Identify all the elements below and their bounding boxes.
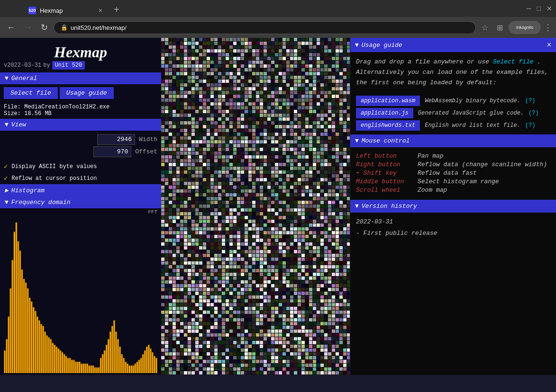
- frequency-section-header[interactable]: ▼ Frequency domain: [0, 196, 161, 208]
- file-name: File: MediaCreationTool21H2.exe: [4, 104, 157, 110]
- select-file-button[interactable]: Select file: [4, 87, 58, 99]
- usage-guide-title: Usage guide: [362, 42, 402, 49]
- check-ascii-label: Display ASCII byte values: [11, 163, 97, 170]
- example-wasm-button[interactable]: application.wasm: [356, 96, 420, 106]
- mouse-row-1: Left button Pan map: [356, 152, 550, 160]
- mouse-key-2: Right button: [356, 161, 418, 168]
- example-txt-desc: English word list text file.: [425, 122, 520, 129]
- mouse-key-1: Left button: [356, 152, 418, 160]
- view-inputs: Width Offset: [0, 131, 161, 160]
- example-txt-button[interactable]: englishwords.txt: [356, 120, 420, 131]
- usage-guide-button[interactable]: Usage guide: [60, 87, 114, 99]
- frequency-arrow-icon: ▼: [5, 199, 9, 206]
- fft-label: FFT: [0, 208, 161, 216]
- usage-guide-close-button[interactable]: ×: [547, 41, 551, 49]
- forward-button[interactable]: →: [21, 21, 35, 35]
- check-ascii-row[interactable]: ✓ Display ASCII byte values: [0, 160, 161, 172]
- mouse-desc-3: Reflow data fast: [418, 169, 477, 177]
- width-input[interactable]: [97, 134, 135, 145]
- mouse-key-4: Middle button: [356, 178, 418, 185]
- usage-guide-arrow-icon: ▼: [355, 42, 359, 49]
- refresh-button[interactable]: ↻: [38, 20, 51, 35]
- offset-input[interactable]: [93, 146, 131, 157]
- width-label: Width: [139, 136, 157, 143]
- hex-canvas: [161, 38, 350, 375]
- usage-guide-highlight: Select file: [493, 58, 534, 65]
- app-title: Hexmap: [4, 44, 157, 61]
- check-reflow-label: Reflow at cursor position: [11, 175, 97, 182]
- usage-guide-text1: Drag and drop a file anywhere or use: [356, 58, 489, 65]
- menu-button[interactable]: ⋮: [544, 22, 552, 33]
- sidebar: Hexmap v2022-03-31 by Unit 520 ▼ General…: [0, 38, 161, 375]
- version-text: v2022-03-31: [4, 62, 41, 69]
- general-section-header[interactable]: ▼ General: [0, 72, 161, 84]
- back-button[interactable]: ←: [4, 21, 18, 35]
- close-button[interactable]: ✕: [547, 5, 552, 12]
- version-history-section: ▼ Version history 2022-03-31 - First pub…: [350, 200, 556, 242]
- example-row-1: application.wasm WebAssembly binary byte…: [356, 96, 550, 106]
- example-txt-help[interactable]: (?): [525, 122, 536, 129]
- profile-button[interactable]: Inkognito: [509, 21, 541, 34]
- view-arrow-icon: ▼: [5, 121, 9, 128]
- version-history-header: ▼ Version history: [350, 200, 556, 213]
- usage-guide-text3: Alternatively you can load one of the ex…: [356, 69, 548, 76]
- action-buttons: Select file Usage guide: [0, 84, 161, 102]
- histogram-section-header[interactable]: ▶ Histogram: [0, 184, 161, 196]
- mouse-desc-4: Select histogram range: [418, 178, 499, 185]
- frequency-label: Frequency domain: [11, 199, 71, 206]
- extensions-button[interactable]: ⊞: [494, 21, 506, 34]
- check-reflow-row[interactable]: ✓ Reflow at cursor position: [0, 172, 161, 184]
- offset-row: Offset: [4, 146, 157, 157]
- star-button[interactable]: ☆: [479, 21, 491, 34]
- tab-title: Hexmap: [40, 7, 63, 14]
- tab-close-button[interactable]: ×: [99, 7, 102, 14]
- mouse-control-arrow-icon: ▼: [355, 137, 359, 144]
- new-tab-button[interactable]: +: [110, 2, 123, 17]
- mouse-desc-1: Pan map: [418, 152, 444, 160]
- mouse-key-5: Scroll wheel: [356, 187, 418, 194]
- mouse-control-section: ▼ Mouse control Left button Pan map Righ…: [350, 134, 556, 199]
- view-label: View: [11, 121, 26, 128]
- mouse-control-table: Left button Pan map Right button Reflow …: [350, 147, 556, 199]
- file-info: File: MediaCreationTool21H2.exe Size: 18…: [0, 102, 161, 119]
- example-wasm-help[interactable]: (?): [525, 98, 536, 104]
- mouse-row-2: Right button Reflow data (change scanlin…: [356, 161, 550, 168]
- version-arrow-icon: ▼: [355, 203, 359, 210]
- maximize-button[interactable]: □: [537, 5, 541, 12]
- histogram-arrow-icon: ▶: [5, 187, 9, 194]
- histogram-canvas: [4, 218, 157, 373]
- version-history-title-row: ▼ Version history: [355, 203, 417, 210]
- hex-view[interactable]: [161, 38, 350, 375]
- unit-badge: Unit 520: [52, 61, 85, 70]
- version-history-body: 2022-03-31 - First public release: [350, 213, 556, 242]
- file-size: Size: 18.56 MB: [4, 110, 157, 117]
- tab-favicon: 520: [28, 7, 36, 14]
- frequency-section: ▼ Frequency domain FFT: [0, 196, 161, 375]
- address-bar[interactable]: 🔒 unit520.net/hexmap/: [54, 21, 476, 34]
- mouse-desc-2: Reflow data (change scanline width): [418, 161, 547, 168]
- usage-guide-header: ▼ Usage guide ×: [350, 38, 556, 52]
- example-js-desc: Generated JavaScript glue code.: [418, 110, 524, 116]
- minimize-button[interactable]: ─: [527, 5, 531, 12]
- mouse-row-4: Middle button Select histogram range: [356, 178, 550, 185]
- usage-guide-title-row: ▼ Usage guide: [355, 42, 402, 49]
- right-panel: ▼ Usage guide × Drag and drop a file any…: [350, 38, 556, 375]
- example-js-button[interactable]: application.js: [356, 108, 413, 118]
- by-text: by: [43, 62, 50, 69]
- mouse-control-header: ▼ Mouse control: [350, 134, 556, 147]
- view-section-header[interactable]: ▼ View: [0, 119, 161, 131]
- general-arrow-icon: ▼: [5, 75, 9, 82]
- histogram-label: Histogram: [11, 187, 45, 194]
- example-buttons: application.wasm WebAssembly binary byte…: [350, 93, 556, 134]
- mouse-row-3: + Shift key Reflow data fast: [356, 169, 550, 177]
- sidebar-header: Hexmap v2022-03-31 by Unit 520: [0, 38, 161, 72]
- general-label: General: [11, 75, 37, 82]
- mouse-desc-5: Zoom map: [418, 187, 447, 194]
- example-js-help[interactable]: (?): [529, 110, 539, 116]
- mouse-control-title-row: ▼ Mouse control: [355, 137, 410, 144]
- version-date-1: 2022-03-31: [356, 216, 550, 227]
- browser-tab[interactable]: 520 Hexmap ×: [23, 4, 108, 17]
- example-row-3: englishwords.txt English word list text …: [356, 120, 550, 131]
- usage-guide-text2: .: [537, 58, 541, 65]
- histogram-chart: [0, 216, 161, 375]
